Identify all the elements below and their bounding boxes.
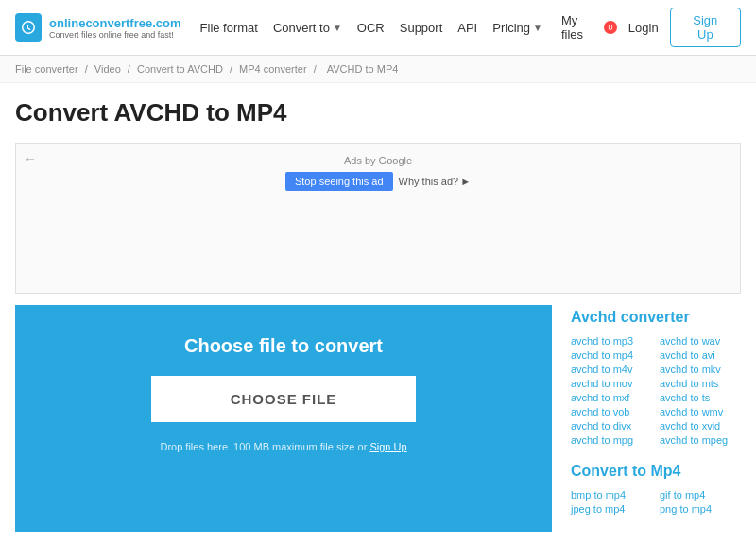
why-ad-label: Why this ad? xyxy=(399,176,459,187)
sidebar-link[interactable]: avchd to mp3 xyxy=(571,335,652,347)
sidebar-link[interactable]: avchd to divx xyxy=(571,420,652,432)
breadcrumb-sep-2: / xyxy=(128,63,130,75)
ad-back-arrow[interactable]: ← xyxy=(24,151,37,166)
breadcrumb-current: AVCHD to MP4 xyxy=(327,63,399,75)
ads-by-google-label: Ads by Google xyxy=(344,155,412,166)
sidebar-mp4-title: Convert to Mp4 xyxy=(571,463,741,480)
sidebar-link[interactable]: avchd to mov xyxy=(571,378,652,389)
sidebar-mp4-links: bmp to mp4gif to mp4jpeg to mp4png to mp… xyxy=(571,489,741,515)
sidebar-avchd-links: avchd to mp3avchd to wavavchd to mp4avch… xyxy=(571,335,741,446)
ad-buttons: Stop seeing this ad Why this ad? ► xyxy=(285,172,471,191)
sidebar-link[interactable]: avchd to xvid xyxy=(660,420,741,432)
logo-area: onlineconvertfree.com Convert files onli… xyxy=(15,13,181,42)
breadcrumb: File converter / Video / Convert to AVCH… xyxy=(0,56,756,83)
sidebar-link[interactable]: gif to mp4 xyxy=(660,489,741,501)
converter-title: Choose file to convert xyxy=(184,335,383,357)
stop-seeing-ad-button[interactable]: Stop seeing this ad xyxy=(285,172,393,191)
drop-text: Drop files here. 100 MB maximum file siz… xyxy=(160,441,367,452)
page-title: Convert AVCHD to MP4 xyxy=(15,98,741,127)
breadcrumb-mp4-converter[interactable]: MP4 converter xyxy=(239,63,307,75)
header-right: My files 0 Login Sign Up xyxy=(561,8,741,47)
sidebar-link[interactable]: avchd to m4v xyxy=(571,364,652,375)
sidebar-link[interactable]: avchd to mts xyxy=(660,378,741,389)
nav-file-format[interactable]: File format xyxy=(200,21,258,35)
why-this-ad-link[interactable]: Why this ad? ► xyxy=(399,176,471,187)
drop-info: Drop files here. 100 MB maximum file siz… xyxy=(160,441,406,452)
sidebar-link[interactable]: avchd to mkv xyxy=(660,364,741,375)
sidebar-link[interactable]: avchd to avi xyxy=(660,349,741,361)
main-content: Choose file to convert CHOOSE FILE Drop … xyxy=(0,305,756,532)
my-files-badge: 0 xyxy=(604,21,617,34)
sidebar-avchd-title: Avchd converter xyxy=(571,309,741,326)
breadcrumb-sep-4: / xyxy=(314,63,317,75)
breadcrumb-sep-1: / xyxy=(85,63,88,75)
nav-convert-to[interactable]: Convert to ▼ xyxy=(273,21,342,35)
ad-area: ← Ads by Google Stop seeing this ad Why … xyxy=(15,143,741,294)
logo-text: onlineconvertfree.com Convert files onli… xyxy=(49,16,180,40)
logo-icon[interactable] xyxy=(15,13,42,42)
nav-api[interactable]: API xyxy=(457,21,477,35)
login-link[interactable]: Login xyxy=(628,21,659,35)
sidebar-link[interactable]: avchd to mpg xyxy=(571,434,652,446)
header: onlineconvertfree.com Convert files onli… xyxy=(0,0,756,56)
sidebar-link[interactable]: avchd to mxf xyxy=(571,392,652,403)
logo-title: onlineconvertfree.com xyxy=(49,16,180,30)
sidebar-link[interactable]: avchd to wav xyxy=(660,335,741,347)
sidebar-link[interactable]: png to mp4 xyxy=(660,503,741,515)
nav-menu: File format Convert to ▼ OCR Support API… xyxy=(200,21,542,35)
converter-box: Choose file to convert CHOOSE FILE Drop … xyxy=(15,305,552,532)
nav-support[interactable]: Support xyxy=(400,21,443,35)
sidebar-link[interactable]: jpeg to mp4 xyxy=(571,503,652,515)
sidebar-link[interactable]: avchd to ts xyxy=(660,392,741,403)
sidebar-link[interactable]: avchd to wmv xyxy=(660,406,741,417)
pricing-arrow: ▼ xyxy=(533,23,542,33)
breadcrumb-convert-to-avchd[interactable]: Convert to AVCHD xyxy=(137,63,223,75)
nav-pricing[interactable]: Pricing ▼ xyxy=(492,21,542,35)
signup-button[interactable]: Sign Up xyxy=(670,8,741,47)
sidebar-link[interactable]: bmp to mp4 xyxy=(571,489,652,501)
my-files-link[interactable]: My files 0 xyxy=(561,13,617,42)
page-title-area: Convert AVCHD to MP4 xyxy=(0,83,756,135)
my-files-label: My files xyxy=(561,13,602,42)
sign-up-link[interactable]: Sign Up xyxy=(369,441,406,452)
convert-to-arrow: ▼ xyxy=(333,23,342,33)
sidebar: Avchd converter avchd to mp3avchd to wav… xyxy=(552,305,741,532)
breadcrumb-video[interactable]: Video xyxy=(94,63,121,75)
sidebar-link[interactable]: avchd to mpeg xyxy=(660,434,741,446)
breadcrumb-sep-3: / xyxy=(230,63,232,75)
nav-ocr[interactable]: OCR xyxy=(357,21,385,35)
breadcrumb-file-converter[interactable]: File converter xyxy=(15,63,78,75)
why-ad-arrow: ► xyxy=(460,176,471,187)
sidebar-link[interactable]: avchd to vob xyxy=(571,406,652,417)
choose-file-button[interactable]: CHOOSE FILE xyxy=(151,376,416,422)
logo-subtitle: Convert files online free and fast! xyxy=(49,30,180,40)
sidebar-link[interactable]: avchd to mp4 xyxy=(571,349,652,361)
